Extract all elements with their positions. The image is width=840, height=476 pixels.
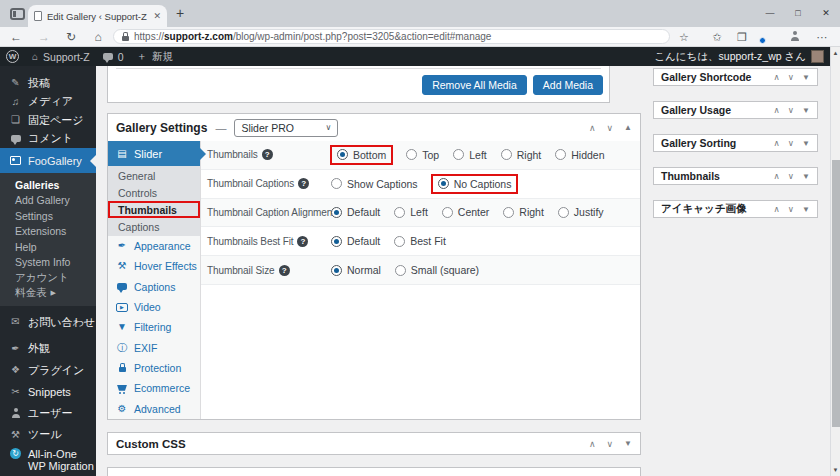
tab-advanced[interactable]: ⚙Advanced xyxy=(108,398,200,418)
new-tab-button[interactable]: + xyxy=(176,5,184,21)
submenu-item-account[interactable]: アカウント xyxy=(0,270,96,286)
forward-button[interactable]: → xyxy=(36,29,52,45)
sidebar-item-tools[interactable]: ⚒ツール xyxy=(0,424,96,446)
sidebar-item-foogallery[interactable]: FooGallery xyxy=(0,148,96,173)
toggle-icon[interactable]: ▼ xyxy=(802,106,810,115)
radio-option[interactable]: No Captions xyxy=(431,174,519,194)
sort-down-icon[interactable]: ∨ xyxy=(606,123,613,133)
subtab-general[interactable]: General xyxy=(108,167,200,184)
radio-option[interactable]: Justify xyxy=(558,206,604,218)
subtab-captions[interactable]: Captions xyxy=(108,218,200,235)
more-menu-icon[interactable]: ⋯ xyxy=(814,29,830,45)
radio-selected-icon[interactable] xyxy=(331,236,342,247)
radio-icon[interactable] xyxy=(331,178,342,189)
sort-up-icon[interactable]: ∧ xyxy=(774,105,780,115)
scroll-down-icon[interactable]: ▼ xyxy=(831,467,840,473)
page-scrollbar[interactable]: ▲ ▼ xyxy=(830,47,840,476)
radio-icon[interactable] xyxy=(558,207,569,218)
toggle-icon[interactable]: ▼ xyxy=(624,439,632,448)
submenu-item-add-gallery[interactable]: Add Gallery xyxy=(0,193,96,209)
sidebar-item-plugins[interactable]: ❖プラグイン xyxy=(0,360,96,382)
browser-tab[interactable]: Edit Gallery ‹ Support-Z — Word ✕ xyxy=(28,5,167,27)
tab-ecommerce[interactable]: Ecommerce xyxy=(108,378,200,398)
tab-layout-icon[interactable] xyxy=(10,8,25,20)
metabox-gallery-sorting[interactable]: Gallery Sorting∧∨▼ xyxy=(653,134,818,152)
submenu-item-settings[interactable]: Settings xyxy=(0,208,96,224)
wordpress-logo-icon[interactable]: W xyxy=(6,50,19,63)
favorite-star-icon[interactable]: ☆ xyxy=(676,29,692,45)
radio-option[interactable]: Hidden xyxy=(555,149,604,161)
address-bar[interactable]: https://support-z.com/blog/wp-admin/post… xyxy=(113,29,670,44)
radio-option[interactable]: Center xyxy=(442,206,490,218)
sidebar-item-appearance[interactable]: ✒外観 xyxy=(0,338,96,360)
profile-icon[interactable] xyxy=(787,29,803,45)
close-button[interactable]: ✕ xyxy=(812,0,840,27)
minimize-button[interactable]: — xyxy=(756,0,784,27)
add-media-button[interactable]: Add Media xyxy=(533,75,603,95)
sidebar-item-pages[interactable]: ❏固定ページ xyxy=(0,111,96,130)
sort-up-icon[interactable]: ∧ xyxy=(774,204,780,214)
radio-icon[interactable] xyxy=(501,149,512,160)
radio-option[interactable]: Right xyxy=(503,206,544,218)
home-button[interactable]: ⌂ xyxy=(90,29,106,45)
sort-up-icon[interactable]: ∧ xyxy=(774,72,780,82)
sidebar-item-media[interactable]: ♫メディア xyxy=(0,93,96,112)
radio-icon[interactable] xyxy=(395,265,406,276)
sort-up-icon[interactable]: ∧ xyxy=(589,123,596,133)
radio-icon[interactable] xyxy=(406,149,417,160)
radio-option[interactable]: Best Fit xyxy=(394,235,446,247)
sort-up-icon[interactable]: ∧ xyxy=(774,138,780,148)
admin-bar-account[interactable]: こんにちは、support-z_wp さん xyxy=(654,50,824,64)
sort-down-icon[interactable]: ∨ xyxy=(788,204,794,214)
radio-option[interactable]: Small (square) xyxy=(395,264,479,276)
radio-option[interactable]: Right xyxy=(501,149,542,161)
back-button[interactable]: ← xyxy=(8,29,24,45)
sort-down-icon[interactable]: ∨ xyxy=(788,171,794,181)
tab-captions[interactable]: Captions xyxy=(108,277,200,297)
favorites-list-icon[interactable]: ✩ xyxy=(709,29,725,45)
tab-slider[interactable]: ▤Slider xyxy=(108,141,200,166)
metabox-gallery-shortcode[interactable]: Gallery Shortcode∧∨▼ xyxy=(653,68,818,86)
sidebar-item-migration[interactable]: ↻All-in-One WP Migration xyxy=(0,446,96,474)
tab-exif[interactable]: ⓘEXIF xyxy=(108,337,200,357)
tab-filtering[interactable]: ▼Filtering xyxy=(108,317,200,337)
radio-option[interactable]: Top xyxy=(406,149,439,161)
toggle-icon[interactable]: ▼ xyxy=(802,73,810,82)
sort-down-icon[interactable]: ∨ xyxy=(606,439,613,449)
radio-option[interactable]: Normal xyxy=(331,264,381,276)
sort-down-icon[interactable]: ∨ xyxy=(788,138,794,148)
tab-appearance[interactable]: ✒Appearance xyxy=(108,236,200,256)
subtab-controls[interactable]: Controls xyxy=(108,184,200,201)
gallery-template-select[interactable]: Slider PRO ∨ xyxy=(234,119,338,137)
scroll-up-icon[interactable]: ▲ xyxy=(831,50,840,56)
tab-hover-effects[interactable]: ⚒Hover Effects xyxy=(108,256,200,276)
submenu-item-pricing[interactable]: 料金表▶ xyxy=(0,286,96,302)
metabox-gallery-usage[interactable]: Gallery Usage∧∨▼ xyxy=(653,101,818,119)
submenu-item-galleries[interactable]: Galleries xyxy=(0,177,96,193)
submenu-item-help[interactable]: Help xyxy=(0,239,96,255)
tab-video[interactable]: ▶Video xyxy=(108,297,200,317)
admin-bar-site[interactable]: ⌂ Support-Z xyxy=(32,51,90,63)
admin-bar-comments[interactable]: 0 xyxy=(103,51,124,63)
sidebar-item-comments[interactable]: コメント xyxy=(0,130,96,149)
radio-icon[interactable] xyxy=(555,149,566,160)
tab-close-icon[interactable]: ✕ xyxy=(153,11,161,21)
radio-option[interactable]: Left xyxy=(453,149,487,161)
radio-option[interactable]: Default xyxy=(331,235,380,247)
maximize-button[interactable]: □ xyxy=(784,0,812,27)
radio-selected-icon[interactable] xyxy=(337,149,348,160)
sidebar-item-snippets[interactable]: ✂Snippets xyxy=(0,381,96,403)
radio-icon[interactable] xyxy=(442,207,453,218)
sidebar-item-users[interactable]: ユーザー xyxy=(0,403,96,425)
toggle-icon[interactable]: ▲ xyxy=(624,123,632,132)
downloads-icon[interactable]: ↓ xyxy=(760,33,766,45)
admin-bar-new[interactable]: ＋ 新規 xyxy=(137,50,174,64)
refresh-button[interactable]: ↻ xyxy=(63,29,79,45)
metabox-featured-image[interactable]: アイキャッチ画像∧∨▼ xyxy=(653,200,818,218)
scrollbar-thumb[interactable] xyxy=(832,160,840,427)
radio-option[interactable]: Default xyxy=(331,206,380,218)
radio-option[interactable]: Show Captions xyxy=(331,178,418,190)
subtab-thumbnails[interactable]: Thumbnails xyxy=(108,201,200,218)
collections-icon[interactable]: ❐ xyxy=(734,29,750,45)
radio-icon[interactable] xyxy=(503,207,514,218)
